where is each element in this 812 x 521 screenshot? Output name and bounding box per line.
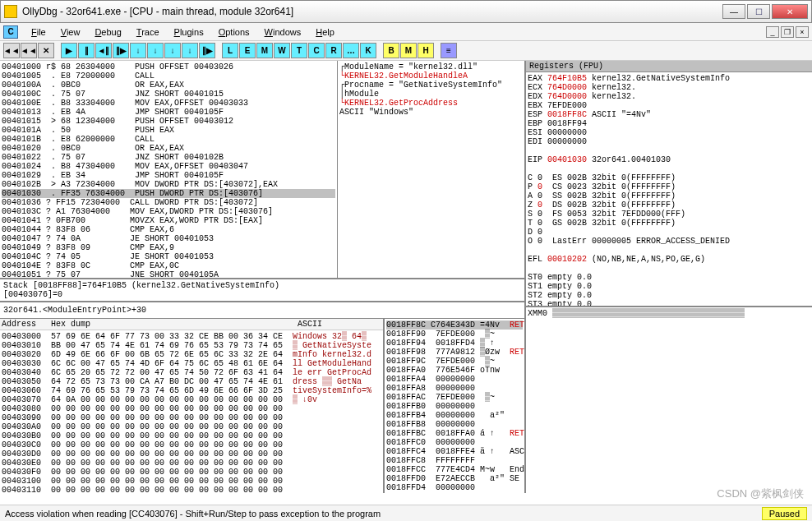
toolbar-btn[interactable]: ▶ xyxy=(61,43,77,58)
cpu-icon[interactable]: C xyxy=(3,25,18,39)
toolbar-btn[interactable]: ↓ xyxy=(147,43,164,58)
toolbar-btn[interactable]: ↓ xyxy=(164,43,181,58)
menu-options[interactable]: Options xyxy=(212,25,256,39)
menu-trace[interactable]: Trace xyxy=(130,25,166,39)
toolbar-btn[interactable]: R xyxy=(325,43,342,58)
toolbar-btn[interactable]: ✕ xyxy=(38,43,54,58)
toolbar-btn[interactable]: L xyxy=(222,43,238,58)
mdi-restore[interactable]: ❐ xyxy=(781,26,794,38)
menu-debug[interactable]: Debug xyxy=(88,25,127,39)
disassembly-pane[interactable]: 00401000 r$ 68 26304000 PUSH OFFSET 0040… xyxy=(0,61,524,279)
toolbar-btn[interactable]: ‖ xyxy=(78,43,95,58)
registers-pane[interactable]: Registers (FPU) EAX 764F10B5 kernel32.Ge… xyxy=(526,61,812,307)
status-state: Paused xyxy=(762,507,807,520)
toolbar-btn[interactable]: B xyxy=(383,43,399,58)
toolbar-btn[interactable]: T xyxy=(291,43,307,58)
toolbar-btn[interactable]: M xyxy=(256,43,273,58)
module-line: 32or641.<ModuleEntryPoint>+30 xyxy=(0,302,524,319)
registers-header: Registers (FPU) xyxy=(526,61,812,72)
menu-help[interactable]: Help xyxy=(309,25,341,39)
mdi-close[interactable]: × xyxy=(796,26,809,38)
menu-plugins[interactable]: Plugins xyxy=(168,25,210,39)
menu-windows[interactable]: Windows xyxy=(258,25,308,39)
maximize-button[interactable]: ☐ xyxy=(747,4,770,19)
menu-bar: C FileViewDebugTracePluginsOptionsWindow… xyxy=(0,23,812,41)
toolbar-btn[interactable]: ≡ xyxy=(441,43,457,58)
menu-view[interactable]: View xyxy=(54,25,87,39)
col-hex: Hex dump xyxy=(51,320,298,329)
col-ascii: ASCII xyxy=(298,320,322,329)
toolbar-btn[interactable]: ‖▶ xyxy=(113,43,129,58)
mdi-minimize[interactable]: _ xyxy=(766,26,779,38)
toolbar-btn[interactable]: ‖▶ xyxy=(199,43,215,58)
minimize-button[interactable]: — xyxy=(722,4,745,19)
toolbar-btn[interactable]: … xyxy=(343,43,359,58)
stack-pane[interactable]: 0018FF8C C764E343D =4Nv RETURN to kernel… xyxy=(385,319,524,493)
info-line: Stack [0018FF88]=764F10B5 (kernel32.GetN… xyxy=(0,279,524,302)
toolbar-btn[interactable]: ↓ xyxy=(130,43,146,58)
xmm-pane[interactable]: XMM0 ▒▒▒▒▒▒▒▒▒▒▒▒▒▒▒▒▒▒▒▒▒▒▒▒▒▒▒▒▒▒▒▒▒▒▒… xyxy=(526,307,812,493)
toolbar-btn[interactable]: K xyxy=(360,43,376,58)
toolbar: ◄◄◄◄✕▶‖◄‖‖▶↓↓↓↓‖▶LEMWTCR…KBMH≡ xyxy=(0,41,812,61)
window-title: OllyDbg - 32or641.exe - [CPU - main thre… xyxy=(22,6,722,17)
toolbar-btn[interactable]: H xyxy=(418,43,434,58)
toolbar-btn[interactable]: ◄◄ xyxy=(21,43,37,58)
col-address: Address xyxy=(2,320,51,329)
watermark: CSDN @紫枫剑侠 xyxy=(717,486,804,501)
toolbar-btn[interactable]: E xyxy=(239,43,256,58)
status-text: Access violation when reading [CC403076]… xyxy=(5,509,762,519)
menu-file[interactable]: File xyxy=(25,25,53,39)
toolbar-btn[interactable]: ◄◄ xyxy=(3,43,20,58)
window-titlebar: OllyDbg - 32or641.exe - [CPU - main thre… xyxy=(0,0,812,23)
app-icon xyxy=(4,5,17,18)
toolbar-btn[interactable]: M xyxy=(400,43,417,58)
toolbar-btn[interactable]: ↓ xyxy=(182,43,198,58)
status-bar: Access violation when reading [CC403076]… xyxy=(0,505,812,521)
toolbar-btn[interactable]: W xyxy=(274,43,290,58)
toolbar-btn[interactable]: C xyxy=(308,43,325,58)
close-button[interactable]: ✕ xyxy=(772,4,808,19)
hex-dump-pane[interactable]: Address Hex dump ASCII 00403000 57 69 6E… xyxy=(0,319,385,493)
toolbar-btn[interactable]: ◄‖ xyxy=(95,43,112,58)
